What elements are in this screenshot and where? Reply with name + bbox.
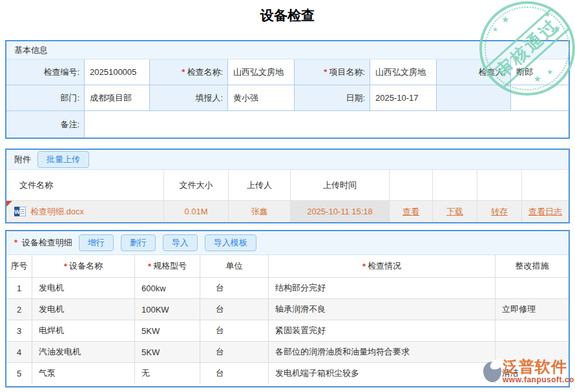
required-mark: * [64,262,67,271]
required-mark: * [14,238,17,247]
cell-device-name: 电焊机 [32,320,134,341]
cell-situation: 轴承润滑不良 [269,299,495,320]
cell-device-name: 汽油发电机 [32,342,134,362]
cell-no: 3 [6,320,32,341]
cell-model: 100KW [135,299,200,320]
page-title: 设备检查 [0,6,575,25]
filler-value: 黄小强 [228,85,294,110]
attachments-header: 附件 批量上传 [6,150,569,170]
brand-name: 泛普软件 [503,359,575,375]
fanpu-logo-icon [483,362,501,382]
cell-situation: 各部位的润滑油质和油量均符合要求 [269,342,495,362]
attachments-table-header: 文件名称 文件大小 上传人 上传时间 [6,170,569,200]
required-mark: * [148,262,151,271]
cell-situation: 结构部分完好 [269,278,495,298]
cell-unit: 台 [200,320,268,341]
remark-label: 备注: [6,111,84,138]
file-size-cell: 0.01M [164,201,228,222]
cell-situation: 发电机端子箱积尘较多 [269,363,495,384]
cell-model: 5KW [135,342,200,362]
required-mark: * [362,262,366,271]
upload-time-cell: 2025-10-11 15:18 [291,201,389,222]
cell-unit: 台 [200,363,268,384]
project-name-label-text: 项目名称: [329,67,365,78]
col-model: * 规格型号 [135,255,200,277]
col-file-name: 文件名称 [6,170,163,200]
check-name-label: * 检查名称: [150,59,227,85]
cell-measure [496,320,569,341]
project-name-value: 山西弘文房地 [370,59,436,85]
import-button[interactable]: 导入 [163,234,198,251]
col-unit: 单位 [200,255,268,277]
col-action-2 [433,170,477,200]
remark-value [85,111,569,138]
star-icon: ★ [552,23,561,34]
col-file-size: 文件大小 [164,170,228,200]
cell-measure [496,278,569,298]
cell-situation: 紧固装置完好 [269,320,495,341]
word-icon-page [19,207,26,216]
col-upload-time: 上传时间 [291,170,389,200]
check-name-value: 山西弘文房地 [228,59,294,85]
attachments-title: 附件 [14,154,31,165]
detail-bottom-strip [6,384,569,386]
batch-upload-button[interactable]: 批量上传 [37,151,89,168]
cell-no: 4 [6,342,32,362]
cell-device-name: 发电机 [32,278,134,298]
col-no: 序号 [6,255,32,277]
cell-model: 600kw [135,278,200,298]
cell-device-name: 气泵 [32,363,134,384]
view-link[interactable]: 查看 [402,206,419,218]
attachments-section: 附件 批量上传 文件名称 文件大小 上传人 上传时间 W 检查明细.docx 0… [5,149,570,223]
col-action-4 [522,170,569,200]
check-no-value: 2025100005 [85,59,149,85]
basic-info-title: 基本信息 [14,45,48,56]
date-value: 2025-10-17 [370,85,436,110]
add-row-button[interactable]: 增行 [79,234,114,251]
col-situation: * 检查情况 [269,255,495,277]
cell-model: 5KW [135,320,200,341]
inspector-value: 断郎 [511,59,569,85]
basic-info-section: 基本信息 检查编号: 2025100005 * 检查名称: 山西弘文房地 * 项… [5,40,570,139]
col-uploader: 上传人 [229,170,290,200]
required-mark: * [324,67,327,77]
col-device-name: * 设备名称 [32,255,134,277]
cell-no: 2 [6,299,32,320]
basic-info-grid: 检查编号: 2025100005 * 检查名称: 山西弘文房地 * 项目名称: … [6,59,569,138]
brand-watermark: 泛普软件 www.fanpusoft.com [483,359,575,384]
download-link[interactable]: 下载 [446,206,463,218]
file-name-link[interactable]: 检查明细.docx [30,206,84,218]
cell-no: 5 [6,363,32,384]
detail-title: * 设备检查明细 [14,237,72,249]
detail-toolbar: * 设备检查明细 增行 删行 导入 导入模板 [6,231,569,255]
detail-title-text: 设备检查明细 [22,238,72,247]
col-situation-text: 检查情况 [368,260,401,272]
department-value: 成都项目部 [85,85,149,110]
uploader-cell: 张鑫 [229,201,290,222]
col-action-1 [390,170,432,200]
import-template-button[interactable]: 导入模板 [205,234,256,251]
col-action-3 [477,170,521,200]
view-log-link[interactable]: 查看日志 [528,206,562,218]
check-name-label-text: 检查名称: [187,67,223,78]
file-name-cell: W 检查明细.docx [6,201,163,222]
check-no-label: 检查编号: [6,59,84,85]
required-mark: * [182,67,185,77]
transfer-link[interactable]: 转存 [491,206,508,218]
inspector-label: 检查人: [437,59,510,85]
cell-measure: 立即修理 [496,299,569,320]
brand-site: www.fanpusoft.com [503,376,575,384]
empty-value-cell [511,85,569,110]
basic-info-header: 基本信息 [6,41,569,59]
department-label: 部门: [6,85,84,110]
col-device-name-text: 设备名称 [69,260,103,272]
filler-label: 填报人: [150,85,227,110]
star-icon: ★ [492,26,498,33]
cell-no: 1 [6,278,32,298]
empty-label-cell [437,85,510,110]
corner-marker-icon [6,201,12,207]
date-label: 日期: [295,85,370,110]
delete-row-button[interactable]: 删行 [121,234,156,251]
cell-model: 无 [135,363,200,384]
cell-device-name: 发电机 [32,299,134,320]
